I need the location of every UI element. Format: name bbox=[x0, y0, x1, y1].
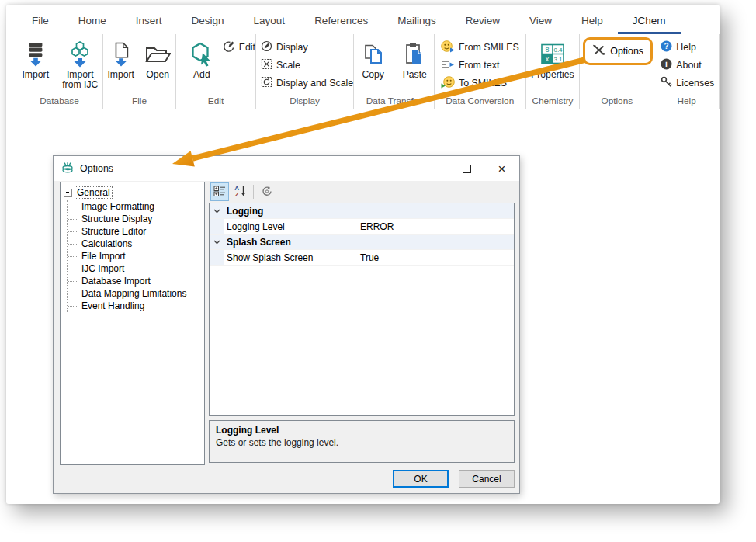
display-and-scale-icon bbox=[261, 76, 272, 90]
tab-home[interactable]: Home bbox=[64, 8, 121, 34]
tree-node-file-import[interactable]: File Import bbox=[68, 250, 204, 262]
tree-node-ijc-import[interactable]: IJC Import bbox=[68, 262, 204, 275]
reset-icon bbox=[261, 185, 273, 200]
tree-node-database-import[interactable]: Database Import bbox=[68, 275, 204, 287]
property-name[interactable]: Logging Level bbox=[224, 221, 355, 232]
from-text-button[interactable]: From text bbox=[441, 57, 519, 73]
copy-button[interactable]: Copy bbox=[354, 36, 393, 96]
tree-node-data-mapping-limitations[interactable]: Data Mapping Limitations bbox=[68, 287, 204, 300]
group-data-transfer: Copy Paste Data Transfer bbox=[354, 34, 435, 109]
group-label-display: Display bbox=[256, 96, 353, 109]
group-edit: Add Edit Edit bbox=[176, 34, 256, 109]
add-structure-button[interactable]: Add bbox=[182, 36, 221, 96]
maximize-button[interactable] bbox=[449, 156, 484, 181]
close-icon: × bbox=[498, 162, 506, 175]
categorized-view-button[interactable] bbox=[210, 182, 229, 201]
properties-table-icon: 8 0.4 x 3.1 bbox=[541, 38, 564, 70]
about-button[interactable]: i About bbox=[661, 57, 714, 73]
tree-node-general[interactable]: General bbox=[61, 182, 204, 200]
paste-icon bbox=[404, 38, 425, 70]
import-from-ijc-button[interactable]: Import from IJC bbox=[58, 36, 102, 96]
svg-text:0.4: 0.4 bbox=[553, 47, 563, 54]
minimize-button[interactable] bbox=[414, 156, 449, 181]
collapse-icon[interactable] bbox=[64, 189, 72, 197]
svg-text:3.1: 3.1 bbox=[553, 56, 563, 63]
tree-node-structure-editor[interactable]: Structure Editor bbox=[68, 225, 204, 238]
tab-file[interactable]: File bbox=[17, 8, 64, 34]
group-data-conversion: From SMILES From text bbox=[435, 34, 526, 109]
group-label-database: Database bbox=[16, 96, 102, 109]
chevron-down-icon[interactable] bbox=[210, 203, 224, 218]
ribbon: Import Import from IJC bbox=[6, 34, 720, 109]
property-name[interactable]: Show Splash Screen bbox=[224, 252, 355, 263]
database-import-icon bbox=[25, 38, 47, 70]
close-button[interactable]: × bbox=[484, 156, 519, 181]
group-label-options: Options bbox=[580, 96, 654, 109]
import-file-button[interactable]: Import bbox=[103, 36, 139, 96]
ribbon-tab-bar: File Home Insert Design Layout Reference… bbox=[6, 5, 720, 34]
az-sort-icon: A Z bbox=[234, 185, 247, 200]
group-options: Options Options bbox=[580, 34, 654, 109]
svg-text:?: ? bbox=[664, 42, 669, 50]
edit-pen-icon bbox=[223, 40, 235, 55]
tab-layout[interactable]: Layout bbox=[239, 8, 300, 34]
tab-references[interactable]: References bbox=[300, 8, 383, 34]
property-row-show-splash-screen[interactable]: Show Splash Screen True bbox=[210, 250, 514, 266]
paste-button[interactable]: Paste bbox=[396, 36, 435, 96]
tab-review[interactable]: Review bbox=[451, 8, 515, 34]
tab-help[interactable]: Help bbox=[567, 8, 618, 34]
svg-text:8: 8 bbox=[545, 46, 549, 54]
ok-button[interactable]: OK bbox=[393, 470, 449, 488]
display-icon bbox=[261, 40, 272, 54]
group-label-help: Help bbox=[654, 96, 719, 109]
property-description: Logging Level Gets or sets the logging l… bbox=[209, 420, 515, 463]
reset-button[interactable] bbox=[258, 182, 276, 201]
property-value[interactable]: True bbox=[355, 250, 514, 265]
tree-node-calculations[interactable]: Calculations bbox=[68, 238, 204, 250]
tab-jchem[interactable]: JChem bbox=[618, 8, 681, 34]
to-smiles-button[interactable]: To SMILES bbox=[441, 75, 519, 91]
group-database: Import Import from IJC bbox=[16, 34, 103, 109]
key-icon bbox=[661, 76, 672, 90]
display-button[interactable]: Display bbox=[261, 40, 353, 55]
tab-mailings[interactable]: Mailings bbox=[383, 8, 451, 34]
chevron-down-icon[interactable] bbox=[210, 235, 224, 249]
edit-structure-button[interactable]: Edit bbox=[223, 40, 255, 55]
tab-view[interactable]: View bbox=[515, 8, 567, 34]
category-row-logging[interactable]: Logging bbox=[210, 203, 514, 219]
from-smiles-button[interactable]: From SMILES bbox=[441, 40, 519, 55]
group-help: ? Help i About bbox=[654, 34, 720, 109]
display-and-scale-button[interactable]: Display and Scale bbox=[261, 75, 353, 91]
open-button[interactable]: Open bbox=[140, 36, 176, 96]
group-label-data-transfer: Data Transfer bbox=[354, 96, 434, 109]
options-button[interactable]: Options bbox=[583, 37, 653, 65]
licenses-button[interactable]: Licenses bbox=[661, 75, 714, 91]
properties-button[interactable]: 8 0.4 x 3.1 Properties bbox=[530, 36, 575, 96]
description-title: Logging Level bbox=[216, 425, 508, 436]
tree-node-image-formatting[interactable]: Image Formatting bbox=[68, 200, 204, 213]
svg-text:i: i bbox=[665, 60, 668, 68]
file-import-icon bbox=[110, 38, 132, 70]
svg-text:Z: Z bbox=[234, 191, 238, 197]
dialog-titlebar: Options × bbox=[54, 156, 519, 181]
import-database-button[interactable]: Import bbox=[16, 36, 55, 96]
help-button[interactable]: ? Help bbox=[661, 40, 714, 55]
scale-button[interactable]: Scale bbox=[261, 57, 353, 73]
tab-insert[interactable]: Insert bbox=[121, 8, 177, 34]
tree-node-event-handling[interactable]: Event Handling bbox=[68, 300, 204, 312]
category-row-splash-screen[interactable]: Splash Screen bbox=[210, 235, 514, 250]
property-value[interactable]: ERROR bbox=[355, 219, 514, 234]
group-label-chemistry: Chemistry bbox=[526, 96, 580, 109]
property-grid-toolbar: A Z bbox=[209, 182, 515, 202]
alphabetical-sort-button[interactable]: A Z bbox=[231, 182, 249, 201]
scale-icon bbox=[261, 58, 272, 72]
tab-design[interactable]: Design bbox=[177, 8, 239, 34]
cancel-button[interactable]: Cancel bbox=[459, 470, 515, 488]
options-dialog: Options × General Image Formatting Struc… bbox=[53, 155, 520, 494]
tree-node-structure-display[interactable]: Structure Display bbox=[68, 213, 204, 225]
jchem-logo-icon bbox=[61, 162, 74, 176]
property-row-logging-level[interactable]: Logging Level ERROR bbox=[210, 219, 514, 235]
maximize-icon bbox=[463, 165, 471, 173]
info-icon: i bbox=[661, 58, 672, 72]
svg-text:x: x bbox=[546, 55, 550, 63]
